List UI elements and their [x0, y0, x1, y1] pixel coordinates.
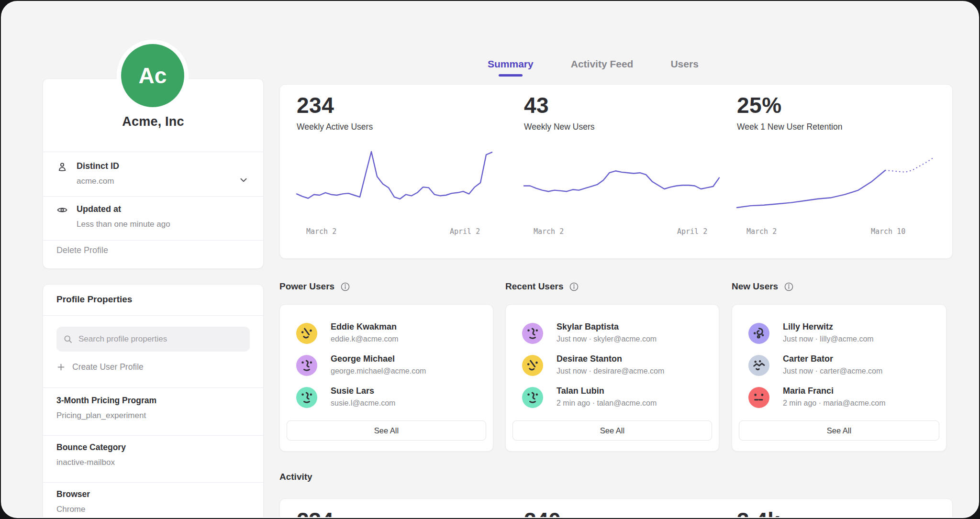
user-subtext: eddie.k@acme.com	[331, 335, 399, 343]
stat-label: Week 1 New User Retention	[737, 122, 842, 132]
info-icon[interactable]	[340, 282, 350, 292]
property-item: 3-Month Pricing Program Pricing_plan_exp…	[56, 396, 156, 420]
tab-activity-feed[interactable]: Activity Feed	[571, 58, 634, 77]
activity-title: Activity	[279, 472, 312, 482]
property-value: Pricing_plan_experiment	[56, 411, 156, 420]
user-row[interactable]: Lilly Herwitz Just now · lilly@acme.com	[748, 322, 930, 349]
section-title: New Users	[732, 281, 778, 292]
avatar: Ac	[121, 44, 184, 107]
x-axis-label-right: March 10	[871, 227, 905, 236]
user-subtext: Just now · lilly@acme.com	[783, 335, 874, 343]
squiggle-face-icon	[296, 355, 317, 376]
profile-properties-title: Profile Properties	[56, 294, 132, 305]
create-user-profile-label: Create User Profile	[72, 362, 144, 372]
line-chart	[734, 142, 935, 219]
x-axis-label-right: April 2	[450, 227, 480, 236]
search-input[interactable]	[78, 334, 243, 344]
line-chart	[294, 142, 495, 219]
profile-properties-card: Profile Properties Create User Profile 3…	[43, 284, 264, 518]
x-axis-label-left: March 2	[306, 227, 336, 236]
create-user-profile-button[interactable]: Create User Profile	[56, 362, 144, 372]
user-subtext: Just now · desirare@acme.com	[557, 367, 664, 375]
wink-face-icon	[296, 323, 317, 344]
user-name: Eddie Kwakman	[331, 322, 397, 332]
wink-face-icon	[522, 355, 543, 376]
profile-row-label: Updated at	[77, 204, 121, 214]
stat-column-1: 234 Weekly Active Users March 2 April 2	[297, 85, 502, 258]
squiggle-face-icon	[522, 323, 543, 344]
divider	[43, 196, 263, 197]
user-name: Talan Lubin	[557, 386, 604, 396]
tab-label: Users	[670, 58, 698, 69]
activity-card: 2342403.4k	[279, 498, 953, 518]
line-chart	[521, 142, 722, 219]
tab-users[interactable]: Users	[670, 58, 698, 77]
user-list-card-recent-users: Skylar Baptista Just now · skyler@acme.c…	[505, 304, 719, 452]
activity-stat-value: 234	[297, 508, 334, 518]
user-row[interactable]: Skylar Baptista Just now · skyler@acme.c…	[522, 322, 702, 349]
user-name: Skylar Baptista	[557, 322, 619, 332]
divider	[43, 435, 263, 436]
search-profile-properties[interactable]	[56, 327, 250, 352]
stat-label: Weekly New Users	[524, 122, 595, 132]
property-label: Browser	[56, 489, 90, 499]
active-tab-underline	[499, 74, 523, 77]
person-icon	[56, 161, 68, 173]
tab-summary[interactable]: Summary	[488, 58, 534, 77]
user-list-card-power-users: Eddie Kwakman eddie.k@acme.com George Mi…	[279, 304, 493, 452]
stat-column-3: 25% Week 1 New User Retention March 2 Ma…	[737, 85, 943, 258]
section-title: Recent Users	[505, 281, 563, 292]
user-row[interactable]: Susie Lars susie.l@acme.com	[296, 386, 477, 413]
user-row[interactable]: Maria Franci 2 min ago · maria@acme.com	[748, 386, 930, 413]
user-name: Maria Franci	[783, 386, 834, 396]
x-axis-label-right: April 2	[677, 227, 707, 236]
user-row[interactable]: Talan Lubin 2 min ago · talan@acme.com	[522, 386, 702, 413]
user-list-card-new-users: Lilly Herwitz Just now · lilly@acme.com …	[732, 304, 947, 452]
x-axis-label-left: March 2	[746, 227, 777, 236]
squiggle-face-icon	[296, 387, 317, 408]
stat-column-2: 43 Weekly New Users March 2 April 2	[524, 85, 730, 258]
user-name: Susie Lars	[331, 386, 374, 396]
user-name: Lilly Herwitz	[783, 322, 833, 332]
user-subtext: Just now · carter@acme.com	[783, 367, 882, 375]
activity-stat-value: 3.4k	[737, 508, 780, 518]
property-value: inactive-mailbox	[56, 458, 126, 467]
see-all-button[interactable]: See All	[512, 420, 712, 441]
summary-stats-card: 234 Weekly Active Users March 2 April 2 …	[279, 84, 953, 259]
property-item: Browser Chrome	[56, 489, 90, 514]
user-subtext: susie.l@acme.com	[331, 399, 395, 408]
zigzag-face-icon	[748, 355, 769, 376]
user-name: Desirae Stanton	[557, 354, 622, 364]
user-row[interactable]: George Michael george.michael@acme.com	[296, 354, 477, 381]
squiggle-face-icon	[522, 387, 543, 408]
section-header-new-users: New Users	[732, 281, 794, 292]
user-name: Carter Bator	[783, 354, 833, 364]
app-window: Ac Acme, Inc Distinct ID acme.com Update…	[1, 1, 979, 518]
profile-tabs: SummaryActivity FeedUsers	[488, 58, 699, 77]
divider	[43, 315, 263, 316]
stat-value: 234	[297, 92, 334, 118]
flat-face-icon	[748, 387, 769, 408]
user-subtext: 2 min ago · talan@acme.com	[557, 399, 657, 408]
see-all-button[interactable]: See All	[739, 420, 939, 441]
property-item: Bounce Category inactive-mailbox	[56, 442, 126, 467]
see-all-button[interactable]: See All	[287, 420, 486, 441]
divider	[43, 387, 263, 388]
user-subtext: Just now · skyler@acme.com	[557, 335, 657, 343]
delete-profile-button[interactable]: Delete Profile	[56, 245, 108, 255]
stat-label: Weekly Active Users	[297, 122, 373, 132]
chevron-down-icon[interactable]	[238, 175, 249, 185]
user-row[interactable]: Carter Bator Just now · carter@acme.com	[748, 354, 930, 381]
section-header-power-users: Power Users	[279, 281, 350, 292]
user-subtext: 2 min ago · maria@acme.com	[783, 399, 886, 408]
divider	[43, 482, 263, 483]
user-row[interactable]: Desirae Stanton Just now · desirare@acme…	[522, 354, 702, 381]
info-icon[interactable]	[784, 282, 794, 292]
chart-x-axis: March 2 March 10	[737, 227, 943, 238]
user-row[interactable]: Eddie Kwakman eddie.k@acme.com	[296, 322, 477, 349]
divider	[43, 240, 263, 241]
profile-row-value: acme.com	[77, 177, 114, 186]
info-icon[interactable]	[569, 282, 579, 292]
stat-value: 43	[524, 92, 549, 118]
divider	[43, 152, 263, 152]
